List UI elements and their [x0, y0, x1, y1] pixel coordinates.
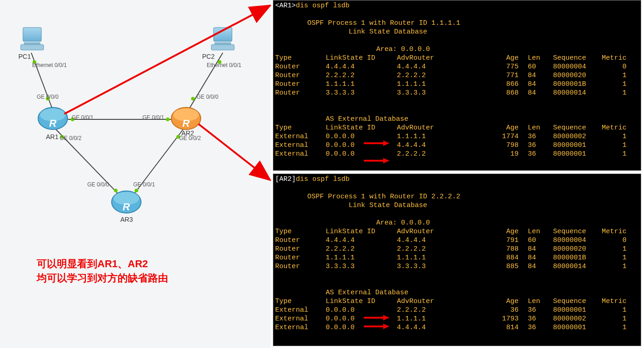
svg-rect-15	[23, 28, 41, 41]
terminal-ar1: <AR1>dis ospf lsdb OSPF Process 1 with R…	[273, 0, 641, 171]
pc1-port: Ethernet 0/0/1	[32, 62, 67, 68]
svg-line-1	[188, 53, 223, 110]
router-ar3-icon: R	[112, 191, 141, 213]
svg-text:R: R	[123, 201, 130, 213]
router-ar2-icon: R	[171, 107, 201, 129]
svg-point-14	[135, 189, 138, 192]
router-ar1-icon: R	[38, 107, 68, 129]
terminal-ar2: [AR2]dis ospf lsdb OSPF Process 1 with R…	[273, 174, 641, 346]
annotation-text: 可以明显看到AR1、AR2 均可以学习到对方的缺省路由	[37, 257, 168, 286]
svg-line-31	[198, 124, 270, 180]
port-ar2-down: GE 0/0/2	[179, 135, 201, 141]
port-ar3-left: GE 0/0/0	[87, 181, 109, 188]
pc1-icon	[21, 28, 44, 50]
svg-point-13	[114, 189, 118, 192]
ar3-label: AR3	[120, 216, 133, 223]
svg-point-8	[191, 97, 195, 101]
port-ar1-down: GE 0/0/2	[60, 135, 81, 141]
svg-line-30	[64, 6, 270, 114]
topology-canvas: R R R PC1 Ethernet 0/0/1 PC2 Ethernet 0/…	[0, 0, 271, 348]
port-ar2-left: GE 0/0/1	[142, 114, 164, 121]
pc2-port: Ethernet 0/0/1	[207, 62, 241, 68]
svg-rect-20	[211, 45, 234, 50]
ar1-label: AR1	[46, 133, 58, 140]
svg-rect-16	[24, 42, 40, 45]
pc1-label: PC1	[18, 53, 31, 60]
port-ar3-right: GE 0/0/1	[133, 181, 155, 188]
svg-rect-17	[21, 45, 44, 50]
pc2-label: PC2	[202, 53, 215, 60]
port-ar2-up: GE 0/0/0	[197, 94, 218, 100]
port-ar1-right: GE 0/0/1	[72, 114, 93, 121]
svg-point-10	[166, 118, 169, 121]
port-ar1-up: GE 0/0/0	[37, 94, 58, 100]
svg-text:R: R	[182, 118, 190, 129]
svg-rect-19	[215, 42, 231, 45]
svg-text:R: R	[49, 118, 56, 129]
